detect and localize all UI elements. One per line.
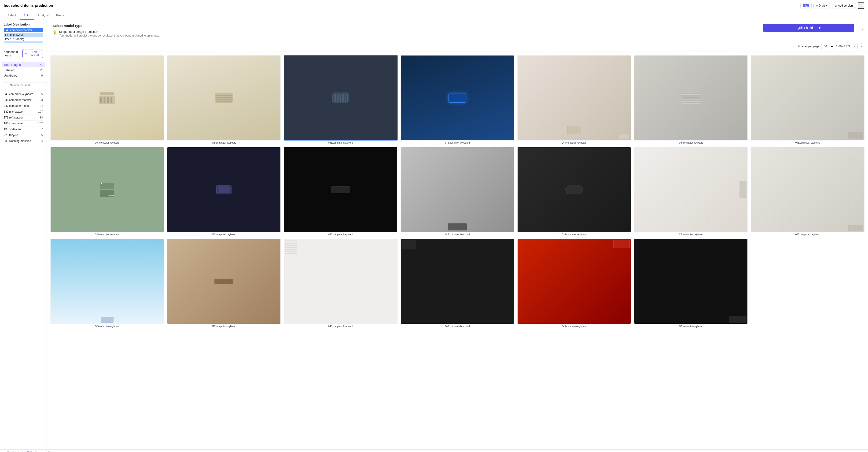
image-card-18[interactable]: 045.computer-keyboard <box>516 237 632 329</box>
add-version-button[interactable]: ⊕ Add version <box>832 3 856 8</box>
image-card-10[interactable]: 045.computer-keyboard <box>399 145 516 237</box>
label-count: 102 <box>38 122 43 125</box>
image-thumb-16 <box>284 239 398 324</box>
tab-build[interactable]: Build <box>20 11 34 20</box>
tab-predict[interactable]: Predict <box>52 11 69 20</box>
image-card-13[interactable]: 045.computer-keyboard <box>749 145 866 237</box>
label-count: 85 <box>40 92 43 96</box>
search-input[interactable] <box>4 82 47 88</box>
image-card-0[interactable]: 045.computer-keyboard <box>49 54 165 145</box>
label-name: 045.computer-keyboard <box>4 92 33 96</box>
image-card-5[interactable]: 045.computer-keyboard <box>632 54 749 145</box>
label-count: 87 <box>40 128 43 131</box>
label-list-item-8[interactable]: 239.washing-machine 84 <box>4 138 43 144</box>
label-list-item-2[interactable]: 047.computer-mouse 94 <box>4 103 43 109</box>
draft-label: Draft <box>819 4 825 7</box>
label-distribution-item-1[interactable]: 142.microwave <box>4 33 43 37</box>
label-list-item-7[interactable]: 229.tricycle 95 <box>4 132 43 138</box>
image-card-7[interactable]: Mirrored Standard 045.computer-keyboard <box>49 145 165 237</box>
version-tag: V1 <box>803 4 809 7</box>
draft-dropdown[interactable]: Draft ▾ <box>813 3 830 8</box>
image-card-3[interactable]: 045.computer-keyboard <box>399 54 516 145</box>
image-thumb-2 <box>284 55 398 141</box>
next-page-button[interactable]: › <box>859 43 864 49</box>
image-label-10: 045.computer-keyboard <box>401 233 515 236</box>
label-count: 107 <box>38 110 43 113</box>
label-name: 239.washing-machine <box>4 139 31 143</box>
image-thumb-19 <box>634 239 748 324</box>
quick-build-button[interactable]: Quick build ▾ <box>763 24 854 32</box>
image-label-16: 045.computer-keyboard <box>284 325 398 328</box>
label-list-item-5[interactable]: 180.screwdriver 102 <box>4 121 43 126</box>
per-page-label: Images per page <box>798 45 819 48</box>
label-count: 84 <box>40 116 43 119</box>
footer-total-labels: 🏷 Total labels: 9 <box>4 451 23 452</box>
label-list-item-1[interactable]: 046.computer-monitor 133 <box>4 97 43 103</box>
image-label-5: 045.computer-keyboard <box>634 142 748 144</box>
image-thumb-11 <box>517 147 631 232</box>
image-grid-header: Images per page 30 60 100 1-30 of 871 ‹ … <box>47 41 868 52</box>
image-card-19[interactable]: 045.computer-keyboard <box>632 237 749 329</box>
image-grid: 045.computer-keyboard 045.computer-keybo… <box>47 52 868 331</box>
quick-build-label: Quick build <box>797 26 813 30</box>
model-type-option[interactable]: 💡 Single-label image prediction Your mod… <box>53 30 754 37</box>
collapse-button[interactable]: ⌃ <box>861 28 865 33</box>
label-distribution-item-0[interactable]: 046.computer-monitor <box>4 28 43 32</box>
label-distribution-item-2[interactable]: Other (7 Labels) <box>4 37 43 41</box>
label-name: 142.microwave <box>4 110 23 113</box>
image-grid-section: 045.computer-keyboard 045.computer-keybo… <box>47 52 868 449</box>
label-list-item-6[interactable]: 195.soda-can 87 <box>4 126 43 132</box>
footer: 🏷 Total labels: 9 🖼 Total images: 871 <box>0 449 868 452</box>
image-label-12: 045.computer-keyboard <box>634 233 748 236</box>
image-card-8[interactable]: 045.computer-keyboard <box>165 145 282 237</box>
edit-dataset-button[interactable]: ✏ Edit dataset <box>23 49 43 58</box>
image-card-2[interactable]: 045.computer-keyboard <box>282 54 399 145</box>
draft-chevron-icon: ▾ <box>826 4 827 7</box>
model-type-inner: Select model type 💡 Single-label image p… <box>47 20 760 41</box>
image-card-11[interactable]: 045.computer-keyboard <box>516 145 632 237</box>
quick-build-dropdown-icon[interactable]: ▾ <box>816 26 820 30</box>
label-name: 046.computer-monitor <box>4 98 31 102</box>
image-card-14[interactable]: 045.computer-keyboard <box>49 237 165 329</box>
dataset-name: household-items <box>4 50 23 57</box>
search-wrapper: 🔍 <box>4 82 47 88</box>
image-card-17[interactable]: 045.computer-keyboard <box>399 237 516 329</box>
image-label-18: 045.computer-keyboard <box>517 325 631 328</box>
footer-total-images: 🖼 Total images: 871 <box>27 451 50 452</box>
label-list-item-0[interactable]: 045.computer-keyboard 85 <box>4 91 43 97</box>
app-title: household-items-prediction <box>4 3 800 8</box>
nav-tabs: Select Build Analyze Predict <box>0 11 868 20</box>
image-thumb-12 <box>634 147 748 232</box>
image-label-15: 045.computer-keyboard <box>167 325 281 328</box>
image-label-2: 045.computer-keyboard <box>284 142 398 144</box>
image-thumb-9 <box>284 147 398 232</box>
image-label-9: 045.computer-keyboard <box>284 233 398 236</box>
tab-select[interactable]: Select <box>4 11 20 20</box>
image-thumb-6 <box>751 55 865 141</box>
image-card-4[interactable]: 045.computer-keyboard <box>516 54 632 145</box>
image-card-16[interactable]: 045.computer-keyboard <box>282 237 399 329</box>
image-card-12[interactable]: 045.computer-keyboard <box>632 145 749 237</box>
image-thumb-3 <box>401 55 515 141</box>
total-images-row: Total images 871 <box>2 62 45 67</box>
image-card-15[interactable]: 045.computer-keyboard <box>165 237 282 329</box>
image-card-9[interactable]: 045.computer-keyboard <box>282 145 399 237</box>
other-labels-text: Other (7 Labels) <box>4 37 24 41</box>
per-page-select[interactable]: 30 60 100 <box>821 44 834 49</box>
model-type-label: Single-label image prediction <box>59 30 159 33</box>
unlabeled-row: Unlabeled 0 <box>4 73 43 78</box>
image-card-1[interactable]: 045.computer-keyboard <box>165 54 282 145</box>
prev-page-button[interactable]: ‹ <box>852 43 858 49</box>
image-card-6[interactable]: 045.computer-keyboard <box>749 54 866 145</box>
main-content: Label Distribution 046.computer-monitor … <box>0 20 868 449</box>
tab-analyze[interactable]: Analyze <box>34 11 52 20</box>
edit-dataset-label: Edit dataset <box>28 50 40 57</box>
ellipsis-icon: ⋮ <box>859 3 863 8</box>
image-label-13: 045.computer-keyboard <box>751 233 865 236</box>
header-actions: V1 Draft ▾ ⊕ Add version ⋮ <box>800 2 864 9</box>
lightbulb-icon: 💡 <box>53 30 57 35</box>
label-list-item-4[interactable]: 171.refrigerator 84 <box>4 115 43 121</box>
image-thumb-18 <box>517 239 631 324</box>
more-options-button[interactable]: ⋮ <box>858 2 864 9</box>
label-list-item-3[interactable]: 142.microwave 107 <box>4 109 43 115</box>
